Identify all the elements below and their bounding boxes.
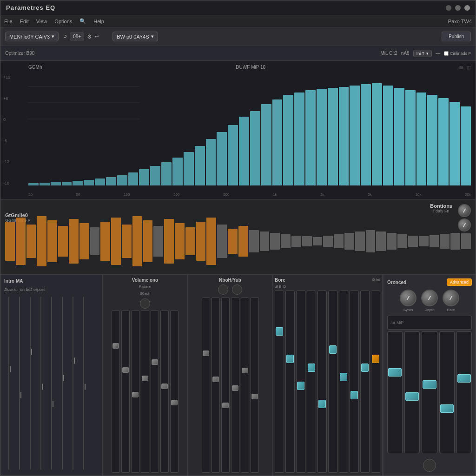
right-panel: Oronced Advanced Synth Depth Rate (383, 275, 476, 476)
sec-arrow: — (436, 51, 440, 56)
preset-dropdown[interactable]: MENhlo0Y CAIV3 ▾ (5, 32, 59, 41)
volume-faders-fader-3[interactable] (141, 311, 149, 473)
bore-fader-9[interactable] (371, 291, 380, 473)
slider-track-7[interactable] (83, 297, 84, 470)
eq-bar-30 (361, 84, 371, 185)
bore-fader-6[interactable] (339, 291, 348, 473)
menu-file[interactable]: File (4, 19, 13, 24)
menu-extra[interactable]: Paxo TW4 (448, 19, 472, 24)
slider-track-1[interactable] (19, 297, 20, 470)
nboh-knob-2[interactable] (232, 284, 242, 295)
checkbox-text: Cinlinads F (450, 51, 471, 56)
eq-bar-24 (294, 93, 304, 185)
right-fader-2[interactable] (422, 331, 437, 453)
maximize-btn[interactable] (455, 5, 461, 11)
right-fader-cap-1 (405, 392, 419, 401)
publish-btn[interactable]: Publish (442, 32, 471, 41)
advanced-btn[interactable]: Advanced (447, 278, 472, 286)
undo-icon[interactable]: ↩ (95, 34, 99, 39)
preset-section: MENhlo0Y CAIV3 ▾ (5, 32, 59, 41)
left-panel-title: Intro MA (4, 278, 98, 284)
right-fader-1[interactable] (404, 331, 420, 453)
left-slider-3 (36, 297, 46, 472)
nboh-faders-fader-2[interactable] (221, 298, 230, 473)
volume-faders-fader-0[interactable] (112, 311, 120, 473)
volume-knob-btn[interactable] (140, 298, 150, 309)
volume-faders-fader-5[interactable] (160, 311, 169, 473)
bore-fader-7[interactable] (350, 291, 359, 473)
eq-y-label-1: +12 (3, 75, 10, 79)
volume-faders-fader-6[interactable] (170, 311, 178, 473)
menu-edit[interactable]: Edit (20, 19, 29, 24)
waveform-bar-43 (461, 233, 471, 249)
eq-bar-33 (394, 88, 404, 185)
slider-track-0[interactable] (8, 297, 9, 470)
nboh-knob-1[interactable] (218, 284, 228, 295)
bore-fader-4[interactable] (317, 291, 327, 473)
menu-options[interactable]: Options (54, 19, 72, 24)
bore-fader-0[interactable] (275, 291, 284, 473)
volume-faders-cap-3 (142, 376, 148, 381)
sec-checkbox-label[interactable]: Cinlinads F (444, 51, 471, 56)
mixer-group-nboh: NboH/Yub (188, 275, 273, 476)
right-knob-synth[interactable] (400, 290, 416, 306)
play-dropdown[interactable]: BW p0 0AY4S ▾ (112, 32, 158, 41)
waveform-bar-13 (143, 220, 153, 262)
right-display-text: for MiP (390, 320, 404, 325)
eq-y-label-2: +6 (3, 96, 10, 101)
controls-section: Intro MA Jkae.s.r on bsJ erpors Volume o… (0, 275, 476, 476)
nboh-faders-cap-0 (203, 350, 209, 356)
right-bottom (387, 459, 472, 472)
menu-help[interactable]: Help (93, 19, 104, 24)
app-window: Parametres EQ File Edit View Options 🔍 H… (0, 0, 476, 476)
bore-fader-3[interactable] (307, 291, 316, 473)
close-btn[interactable] (464, 5, 470, 11)
waveform-bar-14 (153, 226, 163, 257)
right-fader-4[interactable] (456, 331, 472, 453)
nboh-faders-cap-4 (242, 368, 248, 373)
bore-fader-1[interactable] (285, 291, 295, 473)
mode-btn[interactable]: 08+ (70, 33, 84, 40)
right-bottom-knob[interactable] (423, 459, 436, 472)
waveform-bar-17 (185, 227, 195, 255)
minimize-btn[interactable] (446, 5, 451, 11)
slider-track-2[interactable] (30, 297, 31, 470)
eq-y-label-3: 0 (3, 117, 10, 122)
eq-tool-1[interactable]: ⊞ (459, 65, 463, 70)
nboh-faders-fader-4[interactable] (241, 298, 249, 473)
menu-search[interactable]: 🔍 (79, 18, 86, 24)
waveform-bar-35 (376, 231, 386, 251)
sec-checkbox[interactable] (444, 51, 449, 56)
waveform-bar-26 (281, 234, 291, 248)
eq-tool-2[interactable]: ◫ (467, 65, 471, 70)
right-knob-depth[interactable] (421, 290, 438, 306)
menu-view[interactable]: View (36, 19, 47, 24)
slider-track-4[interactable] (51, 297, 52, 470)
nboh-faders-fader-1[interactable] (212, 298, 220, 473)
settings-icon[interactable]: ⚙ (87, 33, 92, 40)
volume-faders-cap-2 (132, 392, 139, 397)
volume-faders-fader-4[interactable] (151, 311, 159, 473)
bore-fader-5[interactable] (328, 291, 337, 473)
sec-label-1: Optimizer B90 (5, 51, 34, 56)
sec-dropdown[interactable]: Ini T▾ (413, 50, 432, 57)
eq-bar-37 (438, 98, 449, 185)
nboh-faders-fader-3[interactable] (231, 298, 239, 473)
waveform-bar-24 (260, 231, 270, 251)
slider-track-3[interactable] (40, 297, 41, 470)
volume-faders-fader-2[interactable] (131, 311, 139, 473)
nboh-faders-fader-0[interactable] (202, 298, 210, 473)
nboh-faders-fader-5[interactable] (251, 298, 259, 473)
slider-track-6[interactable] (73, 297, 73, 470)
right-fader-0[interactable] (387, 331, 403, 453)
bore-fader-2[interactable] (296, 291, 305, 473)
title-controls (446, 5, 470, 11)
slider-track-5[interactable] (62, 297, 63, 470)
bore-fader-8[interactable] (360, 291, 370, 473)
right-knob-rate[interactable] (443, 290, 459, 306)
toolbar: MENhlo0Y CAIV3 ▾ ↺ 08+ ⚙ ↩ BW p0 0AY4S ▾… (0, 27, 476, 46)
eq-header-right: ⊞ ◫ (459, 65, 471, 70)
left-panel-subtitle: Jkae.s.r on bsJ erpors (4, 287, 98, 292)
right-fader-3[interactable] (439, 331, 455, 453)
volume-faders-fader-1[interactable] (121, 311, 130, 473)
